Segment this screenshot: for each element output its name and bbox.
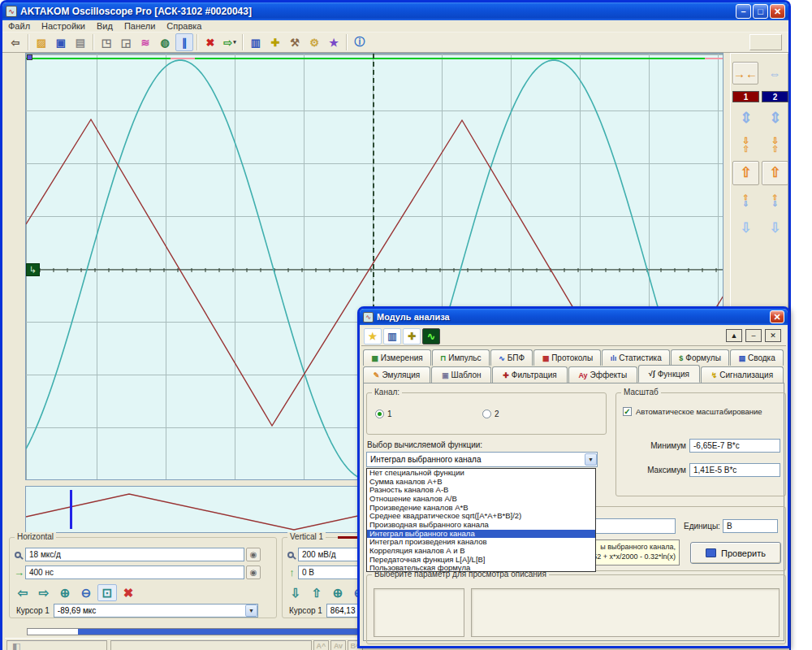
menu-1[interactable]: Настройки	[36, 21, 91, 31]
minimize-button[interactable]: –	[736, 4, 751, 19]
tab-Формулы[interactable]: $Формулы	[671, 349, 729, 366]
autoscale-checkbox[interactable]: ✓ Автоматическое масштабирование	[623, 407, 762, 416]
tools-icon[interactable]: ⚒	[286, 33, 304, 51]
tab-Фильтрация[interactable]: ✚Фильтрация	[492, 366, 567, 383]
function-option-6[interactable]: Производная выбранного канала	[367, 521, 595, 530]
expand-vertical-button[interactable]: ⇕	[762, 106, 788, 130]
zoom-out-icon[interactable]: ⊖	[76, 584, 96, 601]
compress-vertical-button[interactable]: ⇩⇧	[762, 133, 788, 158]
dialog-minimize-button[interactable]: –	[745, 329, 762, 342]
zoom-box-icon[interactable]: ⊡	[97, 584, 117, 601]
expand-vertical-button[interactable]: ⇕	[732, 106, 759, 130]
channel-radio-2[interactable]: 2	[482, 410, 499, 418]
compress-horizontal-button[interactable]: →←	[732, 62, 758, 84]
tab-Статистика[interactable]: ılıСтатистика	[602, 349, 670, 366]
exit-icon[interactable]: ⇦	[6, 33, 24, 51]
tab-Импульс[interactable]: ⊓Импульс	[432, 349, 490, 366]
info-icon[interactable]: ▥	[383, 328, 401, 344]
dropdown-caret-icon[interactable]: ▾	[233, 39, 236, 46]
pan-right-icon[interactable]: ⇨	[34, 584, 54, 601]
checkbox-icon[interactable]: ✓	[623, 407, 632, 416]
favorites-icon[interactable]: ★	[364, 328, 382, 344]
pan-up-icon[interactable]: ⇧	[307, 584, 326, 601]
print-icon[interactable]: ▤	[71, 33, 89, 51]
tab-Протоколы[interactable]: ▦Протоколы	[533, 349, 601, 366]
tab-Измерения[interactable]: ▦Измерения	[363, 349, 431, 366]
menu-0[interactable]: Файл	[2, 21, 36, 31]
copy-data-icon[interactable]: ◲	[117, 33, 135, 51]
time-scale-knob[interactable]: ◉	[246, 548, 261, 561]
expand-horizontal-button[interactable]: ⇔	[762, 62, 788, 84]
trigger-marker[interactable]: ↳	[26, 263, 40, 276]
tab-Шаблон[interactable]: ▣Шаблон	[431, 366, 491, 383]
extra-toolbar-button[interactable]	[749, 34, 782, 50]
tab-icon: ▦	[371, 354, 378, 362]
menu-2[interactable]: Вид	[91, 21, 119, 31]
zoom-in-icon[interactable]: ⊕	[55, 584, 75, 601]
dialog-title-bar[interactable]: ∿ Модуль анализа ✕	[360, 309, 788, 325]
measure-icon[interactable]: ✚	[403, 328, 421, 344]
pan-left-icon[interactable]: ⇦	[13, 584, 32, 601]
time-offset-knob[interactable]: ◉	[246, 566, 261, 579]
time-scale-field[interactable]: 18 мкс/д	[25, 548, 244, 561]
units-field[interactable]: В	[723, 519, 778, 533]
combo-dropdown-icon[interactable]: ▼	[585, 453, 597, 466]
cursor1-dropdown-icon[interactable]: ▼	[245, 604, 257, 617]
tab-Эмуляция[interactable]: ✎Эмуляция	[363, 366, 430, 383]
tab-Сводка[interactable]: ▤Сводка	[730, 349, 784, 366]
radio-icon[interactable]	[375, 410, 384, 418]
copy-image-icon[interactable]: ◳	[97, 33, 115, 51]
export-icon[interactable]: ⇨▾	[221, 33, 239, 51]
dialog-close-button[interactable]: ✕	[765, 329, 781, 342]
fine-shift-button[interactable]: ⇧⇩	[762, 188, 788, 213]
check-button[interactable]: Проверить	[690, 542, 781, 564]
channel-1-header[interactable]: 1	[732, 91, 759, 102]
pan-down-icon[interactable]: ⇩	[286, 584, 305, 601]
waveforms-icon[interactable]: ≋	[136, 33, 154, 51]
save-icon[interactable]: ▣	[52, 33, 70, 51]
shift-down-button[interactable]: ⇩	[732, 216, 759, 240]
fine-shift-button[interactable]: ⇧⇩	[732, 188, 759, 213]
cursor1-combo[interactable]: -89,69 мкс ▼	[54, 604, 258, 618]
shift-up-button[interactable]: ⇧	[762, 161, 788, 185]
zoom-in-icon[interactable]: ⊕	[328, 584, 348, 601]
compress-vertical-button[interactable]: ⇩⇧	[732, 133, 759, 158]
measure-icon[interactable]: ✚	[266, 33, 284, 51]
shift-down-button[interactable]: ⇩	[762, 216, 788, 240]
maximize-button[interactable]: □	[753, 4, 768, 19]
time-offset-field[interactable]: 400 нс	[25, 566, 244, 579]
menu-4[interactable]: Справка	[161, 21, 207, 31]
pause-icon[interactable]: ∥	[175, 33, 193, 51]
channel-2-header[interactable]: 2	[762, 91, 788, 102]
function-option-9[interactable]: Корреляция каналов А и В	[367, 547, 595, 556]
scope-screen-icon[interactable]: ∿	[422, 328, 440, 344]
tab-Функция[interactable]: √ʃФункция	[638, 365, 700, 383]
preview-cursor[interactable]	[70, 490, 72, 529]
capture-icon[interactable]: ◍	[156, 33, 174, 51]
tab-БПФ[interactable]: ∿БПФ	[490, 349, 533, 366]
device-info-icon[interactable]: ▥	[247, 33, 265, 51]
reset-zoom-icon[interactable]: ✖	[119, 584, 138, 601]
dialog-close-button[interactable]: ✕	[770, 310, 784, 323]
shift-up-button[interactable]: ⇧	[732, 161, 759, 185]
clear-icon[interactable]: ✖	[201, 33, 219, 51]
min-field[interactable]: -6,65E-7 В*с	[689, 439, 780, 453]
wizard-icon[interactable]: ★	[325, 33, 343, 51]
function-dropdown-list[interactable]: Нет специальной функцииСумма каналов А+В…	[366, 468, 596, 572]
calibrate-icon[interactable]: ⚙	[305, 33, 323, 51]
scrollbar-thumb[interactable]	[28, 629, 78, 635]
tab-Эффекты[interactable]: AyЭффекты	[568, 366, 637, 383]
channel-radio-1[interactable]: 1	[375, 410, 392, 418]
radio-icon[interactable]	[482, 410, 491, 418]
tab-Сигнализация[interactable]: ↯Сигнализация	[701, 366, 784, 383]
close-button[interactable]: ✕	[770, 4, 785, 19]
function-combo[interactable]: Интеграл выбранного канала ▼	[366, 452, 598, 467]
dialog-rollup-button[interactable]: ▲	[726, 329, 742, 342]
max-field[interactable]: 1,41E-5 В*с	[689, 463, 780, 477]
menu-3[interactable]: Панели	[119, 21, 161, 31]
about-icon[interactable]: ⓘ	[351, 33, 369, 51]
open-icon[interactable]: ▨	[32, 33, 50, 51]
param-list-box[interactable]	[374, 588, 464, 637]
function-option-11[interactable]: Пользовательская формула	[367, 564, 595, 572]
title-bar[interactable]: ∿ AKTAKOM Oscilloscope Pro [АСК-3102 #00…	[2, 2, 788, 20]
